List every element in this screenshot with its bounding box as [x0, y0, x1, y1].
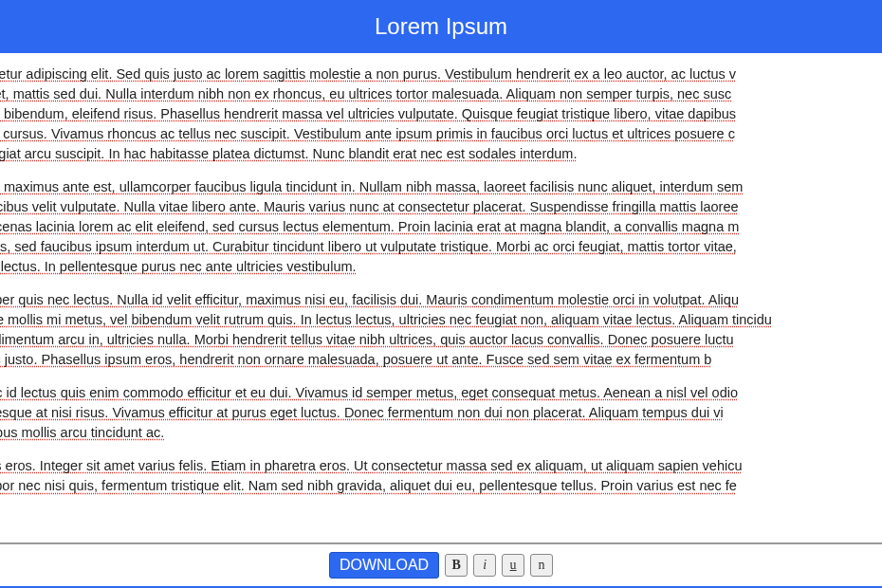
bottom-toolbar: DOWNLOAD B i u n [0, 543, 882, 588]
page-header: Lorem Ipsum [0, 0, 882, 53]
bold-button[interactable]: B [445, 554, 468, 577]
document-body: t amet, consectetur adipiscing elit. Sed… [0, 53, 882, 543]
paragraph: a. Pellentesque maximus ante est, ullamc… [0, 177, 882, 277]
paragraph: n neque. Donec id lectus quis enim commo… [0, 383, 882, 443]
italic-button[interactable]: i [473, 554, 496, 577]
normal-button[interactable]: n [530, 554, 553, 577]
paragraph: t amet, consectetur adipiscing elit. Sed… [0, 64, 882, 164]
underline-button[interactable]: u [502, 554, 524, 577]
download-button[interactable]: DOWNLOAD [329, 552, 439, 579]
paragraph: acus, ut facilisis eros. Integer sit ame… [0, 456, 882, 496]
page-title: Lorem Ipsum [375, 13, 507, 39]
paragraph: s rhoncus semper quis nec lectus. Nulla … [0, 290, 882, 370]
